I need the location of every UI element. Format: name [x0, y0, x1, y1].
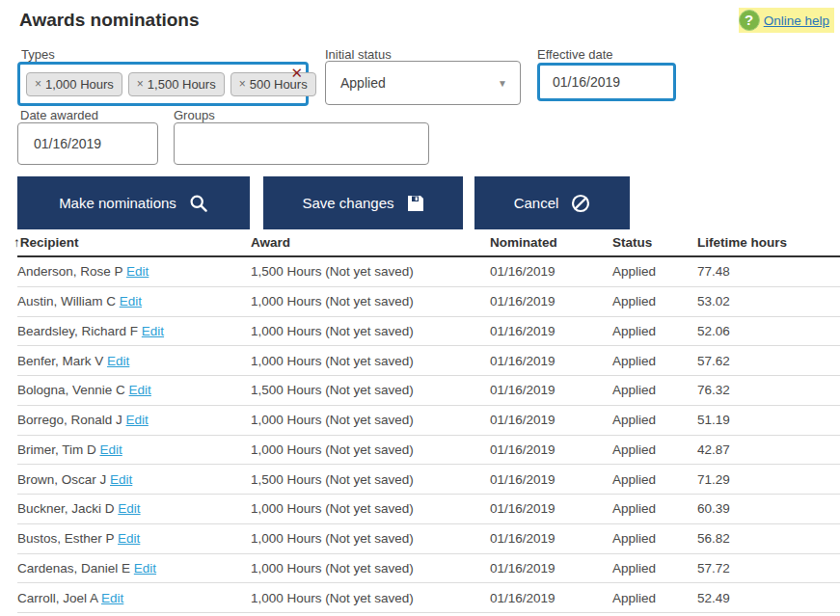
type-tag[interactable]: × 1,000 Hours: [26, 72, 122, 96]
remove-tag-icon[interactable]: ×: [137, 77, 144, 91]
status-cell: Applied: [612, 413, 697, 427]
nominated-cell: 01/16/2019: [490, 264, 612, 279]
nominations-table: ↑Recipient Award Nominated Status Lifeti…: [17, 235, 840, 613]
nominated-cell: 01/16/2019: [490, 501, 612, 516]
date-awarded-label: Date awarded: [20, 108, 98, 122]
nominated-cell: 01/16/2019: [490, 354, 612, 368]
table-row: Bologna, Vennie C Edit 1,500 Hours (Not …: [17, 376, 840, 406]
edit-link[interactable]: Edit: [107, 354, 129, 368]
save-changes-button[interactable]: Save changes: [263, 176, 463, 229]
types-multiselect[interactable]: × 1,000 Hours × 1,500 Hours × 500 Hours …: [17, 62, 309, 106]
recipient-name: Anderson, Rose P: [17, 264, 126, 279]
lifetime-hours-cell: 56.82: [697, 531, 840, 546]
save-changes-label: Save changes: [302, 195, 393, 211]
lifetime-hours-cell: 52.06: [697, 324, 840, 338]
recipient-name: Austin, William C: [17, 294, 120, 308]
lifetime-hours-cell: 60.39: [697, 501, 840, 516]
lifetime-hours-cell: 53.02: [697, 294, 840, 308]
award-cell: 1,000 Hours (Not yet saved): [251, 442, 490, 457]
column-header-lifetime-hours[interactable]: Lifetime hours: [697, 235, 840, 250]
initial-status-select[interactable]: Applied ▼: [325, 61, 521, 105]
table-header: ↑Recipient Award Nominated Status Lifeti…: [17, 235, 840, 257]
groups-input[interactable]: [174, 122, 429, 165]
award-cell: 1,000 Hours (Not yet saved): [251, 413, 490, 427]
status-cell: Applied: [612, 531, 697, 546]
make-nominations-button[interactable]: Make nominations: [17, 176, 250, 229]
recipient-cell: Beardsley, Richard F Edit: [17, 324, 251, 338]
award-cell: 1,000 Hours (Not yet saved): [251, 294, 490, 308]
lifetime-hours-cell: 76.32: [697, 383, 840, 397]
award-cell: 1,500 Hours (Not yet saved): [251, 383, 490, 397]
types-label: Types: [21, 47, 55, 62]
status-cell: Applied: [612, 383, 697, 397]
edit-link[interactable]: Edit: [126, 264, 149, 279]
table-row: Bustos, Esther P Edit 1,000 Hours (Not y…: [17, 524, 840, 554]
effective-date-input[interactable]: 01/16/2019: [537, 63, 676, 101]
recipient-name: Bologna, Vennie C: [17, 383, 129, 397]
edit-link[interactable]: Edit: [110, 472, 132, 487]
table-body: Anderson, Rose P Edit 1,500 Hours (Not y…: [17, 257, 840, 613]
edit-link[interactable]: Edit: [129, 383, 151, 397]
status-cell: Applied: [612, 294, 697, 308]
lifetime-hours-cell: 71.29: [697, 472, 840, 487]
clear-types-icon[interactable]: ✕: [290, 66, 303, 80]
recipient-name: Cardenas, Daniel E: [17, 561, 134, 576]
recipient-cell: Bustos, Esther P Edit: [17, 531, 251, 546]
column-header-award[interactable]: Award: [251, 235, 490, 250]
type-tag-label: 1,500 Hours: [148, 77, 216, 92]
types-chips: × 1,000 Hours × 1,500 Hours × 500 Hours: [26, 72, 316, 96]
nominated-cell: 01/16/2019: [490, 472, 612, 487]
edit-link[interactable]: Edit: [118, 531, 140, 546]
recipient-cell: Bologna, Vennie C Edit: [17, 383, 251, 397]
recipient-cell: Borrego, Ronald J Edit: [17, 413, 251, 427]
column-header-nominated[interactable]: Nominated: [490, 235, 612, 250]
online-help-highlight: ? Online help: [739, 8, 834, 33]
nominated-cell: 01/16/2019: [490, 442, 612, 457]
initial-status-label: Initial status: [325, 47, 392, 62]
edit-link[interactable]: Edit: [134, 561, 156, 576]
status-cell: Applied: [612, 501, 697, 516]
recipient-cell: Brown, Oscar J Edit: [17, 472, 251, 487]
initial-status-value: Applied: [340, 75, 386, 91]
recipient-name: Beardsley, Richard F: [17, 324, 142, 338]
search-icon: [189, 194, 208, 213]
status-cell: Applied: [612, 472, 697, 487]
edit-link[interactable]: Edit: [126, 413, 149, 427]
remove-tag-icon[interactable]: ×: [239, 77, 246, 91]
date-awarded-input[interactable]: 01/16/2019: [17, 122, 158, 165]
nominated-cell: 01/16/2019: [490, 294, 612, 308]
recipient-name: Borrego, Ronald J: [17, 413, 126, 427]
recipient-cell: Cardenas, Daniel E Edit: [17, 561, 251, 576]
award-cell: 1,000 Hours (Not yet saved): [251, 354, 490, 368]
award-cell: 1,000 Hours (Not yet saved): [251, 324, 490, 338]
awards-nominations-page: Awards nominations ? Online help Types I…: [0, 0, 840, 616]
remove-tag-icon[interactable]: ×: [35, 77, 41, 91]
column-header-status[interactable]: Status: [612, 235, 697, 250]
status-cell: Applied: [612, 561, 697, 576]
award-cell: 1,500 Hours (Not yet saved): [251, 472, 490, 487]
edit-link[interactable]: Edit: [120, 294, 142, 308]
edit-link[interactable]: Edit: [142, 324, 164, 338]
online-help-link[interactable]: Online help: [764, 13, 829, 28]
cancel-button[interactable]: Cancel: [474, 176, 630, 229]
lifetime-hours-cell: 52.49: [697, 591, 840, 605]
lifetime-hours-cell: 77.48: [697, 264, 840, 279]
recipient-cell: Brimer, Tim D Edit: [17, 442, 251, 457]
table-row: Anderson, Rose P Edit 1,500 Hours (Not y…: [17, 257, 840, 287]
recipient-name: Brimer, Tim D: [17, 442, 100, 457]
table-row: Brimer, Tim D Edit 1,000 Hours (Not yet …: [17, 436, 840, 466]
edit-link[interactable]: Edit: [100, 442, 122, 457]
sort-ascending-icon: ↑: [14, 235, 20, 250]
type-tag[interactable]: × 500 Hours: [230, 72, 316, 96]
table-row: Carroll, Joel A Edit 1,000 Hours (Not ye…: [17, 583, 840, 613]
table-row: Benfer, Mark V Edit 1,000 Hours (Not yet…: [17, 346, 840, 376]
type-tag[interactable]: × 1,500 Hours: [128, 72, 225, 96]
edit-link[interactable]: Edit: [118, 501, 140, 516]
status-cell: Applied: [612, 354, 697, 368]
edit-link[interactable]: Edit: [101, 591, 123, 605]
lifetime-hours-cell: 57.62: [697, 354, 840, 368]
table-row: Austin, William C Edit 1,000 Hours (Not …: [17, 287, 840, 317]
award-cell: 1,000 Hours (Not yet saved): [251, 531, 490, 546]
column-header-recipient[interactable]: ↑Recipient: [17, 235, 251, 250]
recipient-name: Bustos, Esther P: [17, 531, 118, 546]
